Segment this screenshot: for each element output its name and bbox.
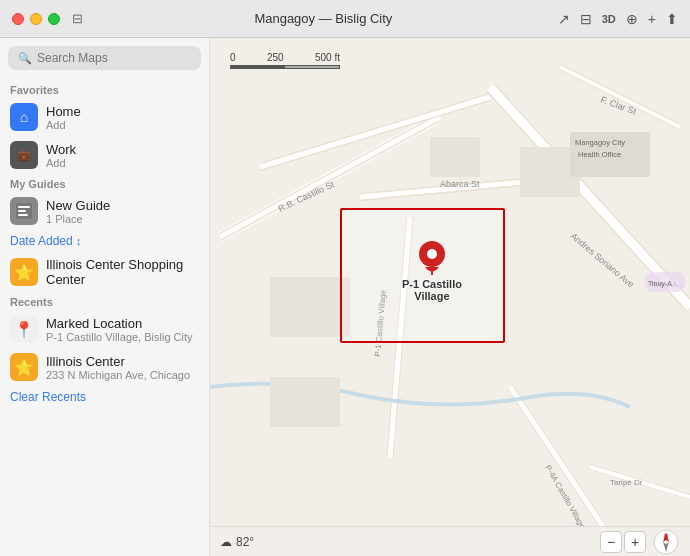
svg-rect-3 xyxy=(18,214,28,216)
weather-icon: ☁ xyxy=(220,535,232,549)
scale-line xyxy=(230,65,340,69)
marked-location-icon: 📍 xyxy=(10,315,38,343)
map-view-icon: ⊟ xyxy=(72,11,83,26)
guide-icon xyxy=(10,197,38,225)
svg-text:N: N xyxy=(664,533,668,539)
sidebar-item-illinois-center-recent[interactable]: ⭐ Illinois Center 233 N Michigan Ave, Ch… xyxy=(0,348,209,386)
svg-rect-1 xyxy=(18,206,30,208)
scale-250: 250 xyxy=(267,52,284,63)
close-button[interactable] xyxy=(12,13,24,25)
home-item-text: Home Add xyxy=(46,104,81,131)
scale-bar: 0 250 500 ft xyxy=(230,52,340,69)
recents-label: Recents xyxy=(0,292,209,310)
work-item-text: Work Add xyxy=(46,142,76,169)
zoom-controls: − + xyxy=(600,531,646,553)
illinois-center-guide-icon: ⭐ xyxy=(10,258,38,286)
date-added-label[interactable]: Date Added xyxy=(10,234,73,248)
layers-icon[interactable]: ⊕ xyxy=(626,11,638,27)
svg-rect-2 xyxy=(18,210,26,212)
work-item-name: Work xyxy=(46,142,76,157)
search-input[interactable] xyxy=(37,51,191,65)
work-icon: 💼 xyxy=(10,141,38,169)
svg-point-40 xyxy=(427,249,437,259)
threed-icon[interactable]: 3D xyxy=(602,13,616,25)
svg-rect-23 xyxy=(430,137,480,177)
selection-box: P-1 CastilloVillage xyxy=(340,208,505,343)
compass-icon: N xyxy=(653,529,679,555)
maximize-button[interactable] xyxy=(48,13,60,25)
pin-label: P-1 CastilloVillage xyxy=(402,278,462,302)
map-controls: − + N xyxy=(600,528,680,556)
sidebar: 🔍 Favorites ⌂ Home Add 💼 Work Add My Gui… xyxy=(0,38,210,556)
pin-icon xyxy=(418,240,446,276)
map-pin-container: P-1 CastilloVillage xyxy=(402,240,462,302)
upload-icon[interactable]: ⬆ xyxy=(666,11,678,27)
home-icon: ⌂ xyxy=(10,103,38,131)
search-icon: 🔍 xyxy=(18,52,32,65)
zoom-plus-button[interactable]: + xyxy=(624,531,646,553)
add-icon[interactable]: + xyxy=(648,11,656,27)
svg-text:Taripé Dr: Taripé Dr xyxy=(610,478,643,487)
main-content: 🔍 Favorites ⌂ Home Add 💼 Work Add My Gui… xyxy=(0,38,690,556)
new-guide-item-text: New Guide 1 Place xyxy=(46,198,110,225)
illinois-center-recent-sub: 233 N Michigan Ave, Chicago xyxy=(46,369,190,381)
compass: N xyxy=(652,528,680,556)
illinois-center-recent-icon: ⭐ xyxy=(10,353,38,381)
illinois-center-guide-name: Illinois Center Shopping Center xyxy=(46,257,199,287)
new-guide-name: New Guide xyxy=(46,198,110,213)
share-icon[interactable]: ↗ xyxy=(558,11,570,27)
clear-recents-button[interactable]: Clear Recents xyxy=(0,386,209,408)
svg-text:Mangagoy City: Mangagoy City xyxy=(575,138,625,147)
sidebar-item-marked-location[interactable]: 📍 Marked Location P-1 Castillo Village, … xyxy=(0,310,209,348)
home-item-name: Home xyxy=(46,104,81,119)
illinois-center-recent-name: Illinois Center xyxy=(46,354,190,369)
window-title: Mangagoy — Bislig City xyxy=(89,11,558,26)
sidebar-item-illinois-center-guide[interactable]: ⭐ Illinois Center Shopping Center xyxy=(0,252,209,292)
home-item-sub: Add xyxy=(46,119,81,131)
svg-text:Health Office: Health Office xyxy=(578,150,621,159)
new-guide-sub: 1 Place xyxy=(46,213,110,225)
favorites-label: Favorites xyxy=(0,80,209,98)
minimize-button[interactable] xyxy=(30,13,42,25)
svg-text:Abarca St: Abarca St xyxy=(440,179,480,189)
map-bottom-bar: ☁ 82° − + N xyxy=(210,526,690,556)
svg-text:Tinuy-A: Tinuy-A xyxy=(648,280,672,288)
illinois-center-recent-text: Illinois Center 233 N Michigan Ave, Chic… xyxy=(46,354,190,381)
scale-500: 500 ft xyxy=(315,52,340,63)
illinois-center-guide-text: Illinois Center Shopping Center xyxy=(46,257,199,287)
svg-rect-22 xyxy=(270,277,350,337)
sort-direction-icon: ↕ xyxy=(76,235,82,247)
toolbar-icons: ↗ ⊟ 3D ⊕ + ⬆ xyxy=(558,11,678,27)
scale-0: 0 xyxy=(230,52,236,63)
title-bar: ⊟ Mangagoy — Bislig City ↗ ⊟ 3D ⊕ + ⬆ xyxy=(0,0,690,38)
marked-location-name: Marked Location xyxy=(46,316,193,331)
map-area[interactable]: R.B. Castillo St Abarca St Andres Sorian… xyxy=(210,38,690,556)
date-sort[interactable]: Date Added ↕ xyxy=(0,230,209,252)
work-item-sub: Add xyxy=(46,157,76,169)
weather-info: ☁ 82° xyxy=(220,535,254,549)
traffic-lights xyxy=(12,13,60,25)
svg-rect-25 xyxy=(270,377,340,427)
sidebar-item-home[interactable]: ⌂ Home Add xyxy=(0,98,209,136)
marked-location-text: Marked Location P-1 Castillo Village, Bi… xyxy=(46,316,193,343)
temperature: 82° xyxy=(236,535,254,549)
marked-location-sub: P-1 Castillo Village, Bislig City xyxy=(46,331,193,343)
sidebar-item-work[interactable]: 💼 Work Add xyxy=(0,136,209,174)
grid-icon[interactable]: ⊟ xyxy=(580,11,592,27)
search-bar[interactable]: 🔍 xyxy=(8,46,201,70)
scale-numbers: 0 250 500 ft xyxy=(230,52,340,63)
sidebar-item-new-guide[interactable]: New Guide 1 Place xyxy=(0,192,209,230)
zoom-minus-button[interactable]: − xyxy=(600,531,622,553)
my-guides-label: My Guides xyxy=(0,174,209,192)
